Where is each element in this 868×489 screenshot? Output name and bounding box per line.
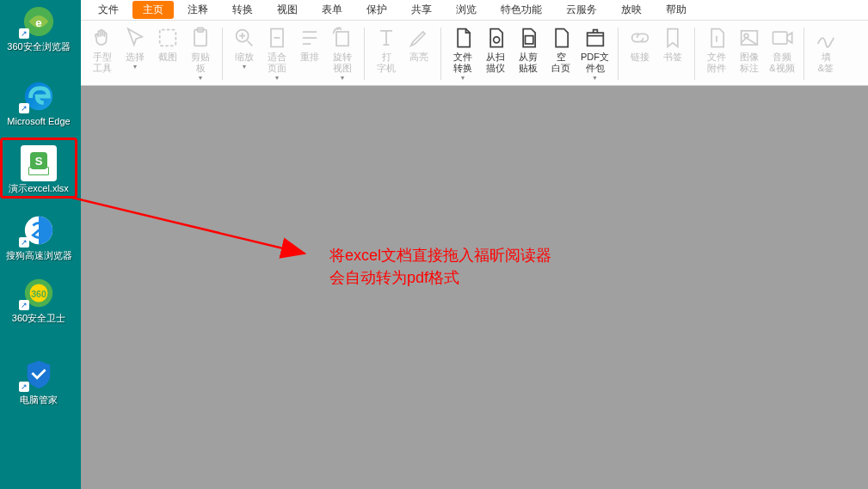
desktop-icon-360safe[interactable]: 360 ↗ 360安全卫士: [0, 272, 77, 327]
svg-rect-7: [160, 30, 176, 46]
reflow-icon: [298, 26, 322, 50]
menu-tab-cloud[interactable]: 云服务: [556, 1, 607, 19]
shortcut-arrow-icon: ↗: [19, 382, 29, 392]
camera-icon: [156, 26, 180, 50]
link-button[interactable]: 链接: [624, 22, 656, 85]
desktop-icon-pcmanager[interactable]: ↗ 电脑管家: [0, 353, 77, 409]
package-icon: [583, 26, 607, 50]
pdf-app-window: 文件 主页 注释 转换 视图 表单 保护 共享 浏览 特色功能 云服务 放映 帮…: [81, 0, 868, 489]
desktop-icon-label: 360安全卫士: [0, 313, 77, 324]
desktop-area: e ↗ 360安全浏览器 ↗ Microsoft Edge 演示excel.xl…: [0, 0, 81, 489]
svg-rect-15: [587, 33, 603, 46]
paste-icon: [516, 26, 540, 50]
desktop-icon-label: 电脑管家: [0, 394, 77, 406]
scanner-icon: [483, 26, 508, 50]
pdf-package-button[interactable]: PDF文 件包 ▼: [577, 22, 613, 85]
svg-rect-18: [773, 32, 787, 44]
ribbon-separator: [618, 28, 619, 80]
bookmark-icon: [661, 26, 685, 50]
menu-tab-bar: 文件 主页 注释 转换 视图 表单 保护 共享 浏览 特色功能 云服务 放映 帮…: [81, 0, 868, 21]
menu-tab-comment[interactable]: 注释: [177, 1, 219, 19]
chevron-down-icon: ▼: [198, 75, 204, 81]
menu-tab-home[interactable]: 主页: [132, 1, 174, 19]
clipboard-button[interactable]: 剪贴 板 ▼: [184, 22, 217, 85]
hand-icon: [90, 26, 114, 50]
reflow-button[interactable]: 重排: [293, 22, 326, 85]
menu-tab-slideshow[interactable]: 放映: [611, 1, 652, 19]
ribbon-group-view: 缩放 ▼ 适合 页面 ▼ 重排 旋转 视图 ▼: [226, 22, 360, 85]
menu-tab-view[interactable]: 视图: [267, 1, 308, 19]
attachment-icon: [705, 26, 729, 50]
menu-tab-share[interactable]: 共享: [401, 1, 442, 19]
desktop-icon-label: 360安全浏览器: [0, 41, 77, 52]
svg-point-13: [494, 37, 500, 43]
svg-text:e: e: [35, 16, 41, 29]
menu-tab-file[interactable]: 文件: [88, 1, 129, 19]
ribbon-separator: [803, 28, 804, 80]
desktop-icon-360browser[interactable]: e ↗ 360安全浏览器: [0, 0, 77, 56]
chevron-down-icon: ▼: [242, 64, 248, 70]
document-area[interactable]: 将excel文档直接拖入福昕阅读器 会自动转为pdf格式: [81, 86, 868, 489]
menu-tab-protect[interactable]: 保护: [356, 1, 397, 19]
svg-rect-12: [336, 32, 348, 46]
fillsign-button[interactable]: 填 &签: [810, 22, 842, 85]
svg-text:360: 360: [31, 290, 46, 299]
hand-tool-button[interactable]: 手型 工具: [86, 22, 119, 85]
menu-tab-convert[interactable]: 转换: [222, 1, 263, 19]
zoom-icon: [232, 26, 256, 50]
from-clipboard-button[interactable]: 从剪 贴板: [512, 22, 545, 85]
blankpage-icon: [549, 26, 573, 50]
ribbon-group-create: 文件 转换 ▼ 从扫 描仪 从剪 贴板 空 白页 PDF文 件包 ▼: [445, 22, 614, 85]
from-scanner-button[interactable]: 从扫 描仪: [479, 22, 512, 85]
screenshot-button[interactable]: 截图: [151, 22, 184, 85]
rotate-button[interactable]: 旋转 视图 ▼: [326, 22, 359, 85]
ribbon-separator: [440, 28, 441, 80]
chevron-down-icon: ▼: [592, 75, 598, 81]
text-icon: [374, 26, 398, 50]
chevron-down-icon: ▼: [274, 75, 280, 81]
chevron-down-icon: ▼: [460, 75, 466, 81]
zoom-button[interactable]: 缩放 ▼: [228, 22, 261, 85]
shortcut-arrow-icon: ↗: [19, 300, 29, 310]
highlight-button[interactable]: 高亮: [403, 22, 435, 85]
desktop-icon-edge[interactable]: ↗ Microsoft Edge: [0, 75, 77, 131]
desktop-icon-label: 演示excel.xlsx: [4, 183, 73, 194]
image-annotate-button[interactable]: 图像 标注: [733, 22, 766, 85]
ribbon-group-annotate: 打 字机 高亮: [368, 22, 437, 85]
menu-tab-help[interactable]: 帮助: [656, 1, 697, 19]
sign-icon: [814, 26, 838, 50]
link-icon: [628, 26, 652, 50]
highlighter-icon: [407, 26, 431, 50]
ribbon-group-tools: 手型 工具 选择 ▼ 截图 剪贴 板 ▼: [84, 22, 219, 85]
ribbon-separator: [694, 28, 695, 80]
desktop-icon-sogou[interactable]: ↗ 搜狗高速浏览器: [0, 209, 77, 265]
desktop-icon-label: Microsoft Edge: [0, 116, 77, 127]
ribbon-separator: [222, 28, 223, 80]
bookmark-button[interactable]: 书签: [656, 22, 689, 85]
desktop-icon-label: 搜狗高速浏览器: [0, 250, 77, 261]
typewriter-button[interactable]: 打 字机: [370, 22, 403, 85]
file-convert-button[interactable]: 文件 转换 ▼: [446, 22, 479, 85]
blank-page-button[interactable]: 空 白页: [545, 22, 577, 85]
menu-tab-browse[interactable]: 浏览: [446, 1, 487, 19]
video-icon: [770, 26, 794, 50]
fitpage-icon: [265, 26, 289, 50]
menu-tab-features[interactable]: 特色功能: [490, 1, 552, 19]
select-button[interactable]: 选择 ▼: [119, 22, 151, 85]
ribbon-group-insert: 文件 附件 图像 标注 音频 &视频: [699, 22, 800, 85]
svg-rect-14: [526, 36, 533, 44]
ribbon-group-links: 链接 书签: [622, 22, 691, 85]
cursor-icon: [123, 26, 147, 50]
attachment-button[interactable]: 文件 附件: [700, 22, 733, 85]
desktop-icon-excel-selected[interactable]: 演示excel.xlsx: [0, 138, 77, 199]
shortcut-arrow-icon: ↗: [19, 103, 29, 113]
fitpage-button[interactable]: 适合 页面 ▼: [261, 22, 293, 85]
shortcut-arrow-icon: ↗: [19, 237, 29, 248]
media-button[interactable]: 音频 &视频: [766, 22, 798, 85]
ribbon-separator: [364, 28, 365, 80]
menu-tab-form[interactable]: 表单: [311, 1, 353, 19]
rotate-icon: [330, 26, 354, 50]
chevron-down-icon: ▼: [132, 64, 139, 70]
image-icon: [737, 26, 761, 50]
ribbon-group-sign: 填 &签: [808, 22, 844, 85]
